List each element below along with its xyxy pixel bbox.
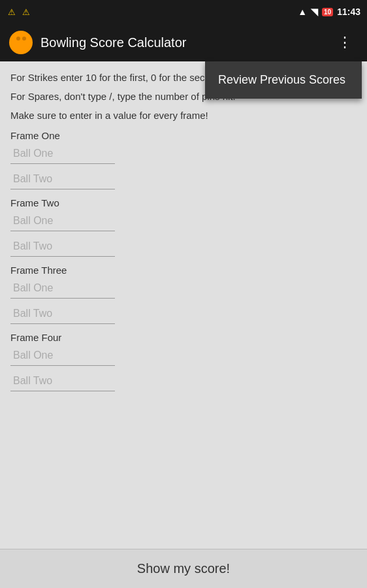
frame-one-ball-one[interactable] — [10, 144, 115, 164]
frame-two-ball-two[interactable] — [10, 237, 115, 257]
frame-four-ball-two[interactable] — [10, 371, 115, 391]
frame-three-ball-one[interactable] — [10, 278, 115, 299]
review-scores-menu-item[interactable]: Review Previous Scores — [205, 61, 362, 99]
status-bar: ⚠ ⚠ ▲ ◥ 10 11:43 — [0, 0, 367, 24]
status-bar-right: ▲ ◥ 10 11:43 — [298, 7, 360, 17]
app-bar-left: Bowling Score Calculator — [9, 31, 186, 54]
frame-one-ball-two[interactable] — [10, 169, 115, 189]
frame-three: Frame Three — [10, 265, 357, 324]
frame-two: Frame Two — [10, 197, 357, 257]
dropdown-menu: Review Previous Scores — [205, 61, 362, 99]
frame-one-label: Frame One — [10, 130, 357, 141]
warning-icon-2: ⚠ — [21, 7, 31, 17]
battery-badge: 10 — [322, 8, 333, 16]
instruction-frames: Make sure to enter in a value for every … — [10, 108, 357, 122]
frame-three-label: Frame Three — [10, 265, 357, 276]
frame-four-label: Frame Four — [10, 332, 357, 343]
warning-icon-1: ⚠ — [7, 7, 17, 17]
show-score-button[interactable]: Show my score! — [0, 549, 367, 588]
app-title: Bowling Score Calculator — [40, 35, 186, 50]
frame-two-label: Frame Two — [10, 197, 357, 208]
frame-one: Frame One — [10, 130, 357, 189]
bowling-ball-icon — [9, 31, 33, 54]
main-content: For Strikes enter 10 for the first, 0 fo… — [0, 61, 367, 549]
status-bar-left: ⚠ ⚠ — [7, 7, 31, 17]
frame-four-ball-one[interactable] — [10, 346, 115, 366]
wifi-icon: ▲ — [298, 7, 307, 17]
bottom-bar: Show my score! — [0, 549, 367, 588]
time-display: 11:43 — [337, 7, 360, 17]
frame-two-ball-one[interactable] — [10, 211, 115, 231]
frame-three-ball-two[interactable] — [10, 304, 115, 324]
overflow-menu-button[interactable]: ⋮ — [332, 31, 358, 54]
app-bar: Bowling Score Calculator ⋮ — [0, 24, 367, 61]
frame-four: Frame Four — [10, 332, 357, 391]
signal-icon: ◥ — [311, 7, 318, 17]
